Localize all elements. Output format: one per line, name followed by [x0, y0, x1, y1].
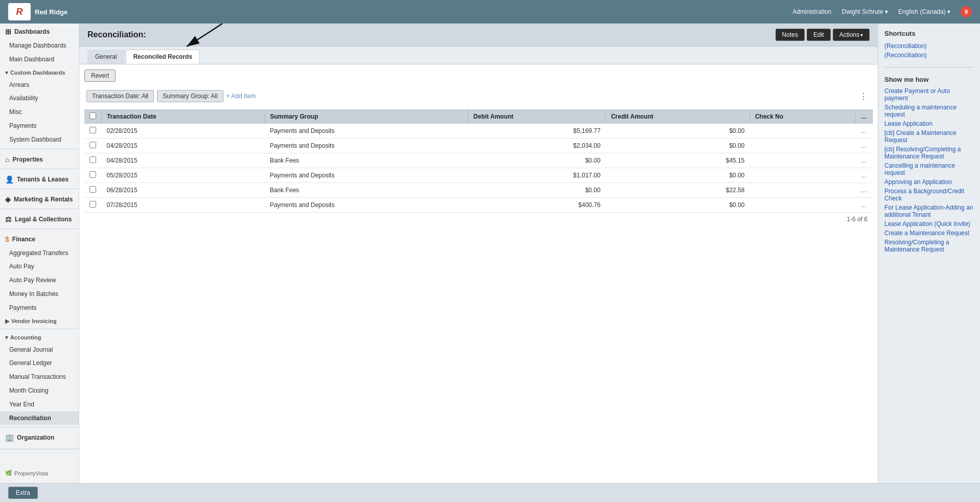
sidebar-divider-1	[0, 149, 79, 149]
revert-button[interactable]: Revert	[84, 70, 116, 82]
sidebar-item-year-end[interactable]: Year End	[0, 398, 79, 412]
show-me-how-link-0[interactable]: Create Payment or Auto payment	[884, 87, 974, 102]
sidebar-item-arrears[interactable]: Arrears	[0, 78, 79, 92]
row-date: 04/28/2015	[102, 139, 265, 153]
extra-button[interactable]: Extra	[8, 487, 38, 499]
propertyvista-logo: 🌿 PropertyVista	[5, 470, 74, 476]
sidebar-item-system-dashboard[interactable]: System Dashboard	[0, 133, 79, 147]
sidebar-item-payments-finance[interactable]: Payments	[0, 301, 79, 315]
kebab-menu[interactable]: ⋮	[856, 90, 871, 102]
show-me-how-link-11[interactable]: Resolving/Completing a Maintenance Reque…	[884, 239, 974, 253]
tenants-icon: 👤	[5, 175, 14, 184]
dashboards-icon: ⊞	[5, 28, 11, 36]
row-action-btn[interactable]: …	[856, 198, 873, 213]
transaction-date-filter[interactable]: Transaction Date: All	[86, 90, 154, 102]
notifications-bell[interactable]: 9	[961, 6, 972, 17]
row-credit: $0.00	[606, 168, 750, 183]
bottom-bar: Extra	[0, 483, 980, 502]
sidebar-item-main-dashboard[interactable]: Main Dashboard	[0, 53, 79, 66]
sidebar-item-manage-dashboards[interactable]: Manage Dashboards	[0, 39, 79, 53]
row-checkbox[interactable]	[84, 124, 102, 139]
notes-button[interactable]: Notes	[776, 29, 805, 41]
row-checkbox[interactable]	[84, 139, 102, 153]
add-item-link[interactable]: + Add Item	[226, 93, 256, 100]
brand-logo: R Red Ridge	[8, 3, 67, 20]
show-me-how-link-10[interactable]: Create a Maintenance Request	[884, 230, 974, 237]
sidebar-finance-header[interactable]: $ Finance	[0, 231, 79, 246]
row-check-no	[749, 124, 855, 139]
sidebar-tenants-header[interactable]: 👤 Tenants & Leases	[0, 171, 79, 187]
sidebar-accounting-header[interactable]: ▾Accounting	[0, 331, 79, 343]
shortcuts-title: Shortcuts	[884, 30, 974, 37]
sidebar-properties-header[interactable]: ⌂ Properties	[0, 151, 79, 167]
edit-button[interactable]: Edit	[807, 29, 831, 41]
show-me-how-link-3[interactable]: [cb] Create a Maintenance Request	[884, 129, 974, 144]
sidebar-legal-header[interactable]: ⚖ Legal & Collections	[0, 211, 79, 226]
sidebar: ⊞ Dashboards Manage Dashboards Main Dash…	[0, 24, 79, 483]
row-checkbox[interactable]	[84, 198, 102, 213]
sidebar-item-aggregated-transfers[interactable]: Aggregated Transfers	[0, 246, 79, 260]
show-me-how-link-6[interactable]: Approving an Application	[884, 178, 974, 186]
sidebar-vendor-invoicing[interactable]: ▶Vendor Invoicing	[0, 315, 79, 327]
row-action-btn[interactable]: …	[856, 168, 873, 183]
sidebar-organization-header[interactable]: 🏢 Organization	[0, 429, 79, 445]
administration-link[interactable]: Administration	[792, 8, 831, 15]
show-me-how-link-5[interactable]: Cancelling a maintenance request	[884, 162, 974, 176]
show-me-how-link-9[interactable]: Lease Application (Quick Invite)	[884, 220, 974, 227]
select-all-checkbox[interactable]	[89, 112, 96, 119]
sidebar-item-auto-pay[interactable]: Auto Pay	[0, 260, 79, 273]
sidebar-item-month-closing[interactable]: Month Closing	[0, 384, 79, 398]
action-bar: Revert	[84, 70, 873, 82]
sidebar-item-reconciliation[interactable]: Reconciliation	[0, 412, 79, 425]
sidebar-divider-2	[0, 169, 79, 169]
row-debit: $5,169.77	[468, 124, 606, 139]
row-check-no	[749, 198, 855, 213]
show-me-how-link-1[interactable]: Scheduling a maintenance request	[884, 104, 974, 118]
row-action-btn[interactable]: …	[856, 124, 873, 139]
sidebar-item-general-journal[interactable]: General Journal	[0, 343, 79, 357]
tab-general[interactable]: General	[87, 50, 125, 64]
row-action-btn[interactable]: …	[856, 139, 873, 153]
shortcut-link-2[interactable]: (Reconciliation)	[884, 52, 974, 59]
show-me-how-link-7[interactable]: Process a Background/Credit Check	[884, 188, 974, 202]
brand-name: Red Ridge	[35, 8, 67, 16]
row-check-no	[749, 139, 855, 153]
show-me-how-link-8[interactable]: For Lease Application-Adding an addition…	[884, 204, 974, 218]
row-action-btn[interactable]: …	[856, 183, 873, 198]
sidebar-item-auto-pay-review[interactable]: Auto Pay Review	[0, 273, 79, 287]
sidebar-item-misc[interactable]: Misc	[0, 105, 79, 119]
language-menu[interactable]: English (Canada) ▾	[898, 8, 950, 15]
row-checkbox[interactable]	[84, 183, 102, 198]
row-checkbox[interactable]	[84, 153, 102, 168]
legal-icon: ⚖	[5, 215, 12, 223]
user-menu[interactable]: Dwight Schrute ▾	[841, 8, 888, 15]
sidebar-item-money-in-batches[interactable]: Money In Batches	[0, 287, 79, 301]
tab-reconciled-records[interactable]: Reconciled Records	[126, 50, 200, 64]
row-date: 05/28/2015	[102, 168, 265, 183]
table-row: 04/28/2015 Payments and Deposits $2,034.…	[84, 139, 873, 153]
row-checkbox[interactable]	[84, 168, 102, 183]
table-row: 02/28/2015 Payments and Deposits $5,169.…	[84, 124, 873, 139]
show-me-how-links: Create Payment or Auto paymentScheduling…	[884, 87, 974, 253]
summary-group-filter[interactable]: Summary Group: All	[157, 90, 223, 102]
marketing-icon: ◈	[5, 195, 11, 203]
shortcut-link-1[interactable]: (Reconciliation)	[884, 42, 974, 50]
sidebar-item-payments[interactable]: Payments	[0, 119, 79, 133]
actions-button[interactable]: Actions ▾	[833, 29, 870, 41]
show-me-how-link-4[interactable]: [cb] Resolving/Completing a Maintenance …	[884, 146, 974, 160]
sidebar-item-manual-transactions[interactable]: Manual Transactions	[0, 370, 79, 384]
sidebar-divider-4	[0, 209, 79, 209]
page-header: Reconciliation: Notes Edit Actions ▾	[79, 24, 878, 47]
sidebar-dashboards-header[interactable]: ⊞ Dashboards	[0, 24, 79, 39]
sidebar-item-general-ledger[interactable]: General Ledger	[0, 356, 79, 370]
sidebar-marketing-header[interactable]: ◈ Marketing & Rentals	[0, 191, 79, 207]
show-me-how-link-2[interactable]: Lease Application	[884, 120, 974, 127]
sidebar-custom-dashboards[interactable]: ▾Custom Dashboards	[0, 66, 79, 78]
table-header: Transaction Date Summary Group Debit Amo…	[84, 109, 873, 124]
row-action-btn[interactable]: …	[856, 153, 873, 168]
filter-bar: Transaction Date: All Summary Group: All…	[84, 87, 873, 105]
row-debit: $400.76	[468, 198, 606, 213]
pagination: 1-6 of 6	[84, 213, 873, 226]
sidebar-item-availability[interactable]: Availability	[0, 92, 79, 105]
col-header-summary-group: Summary Group	[265, 109, 468, 124]
